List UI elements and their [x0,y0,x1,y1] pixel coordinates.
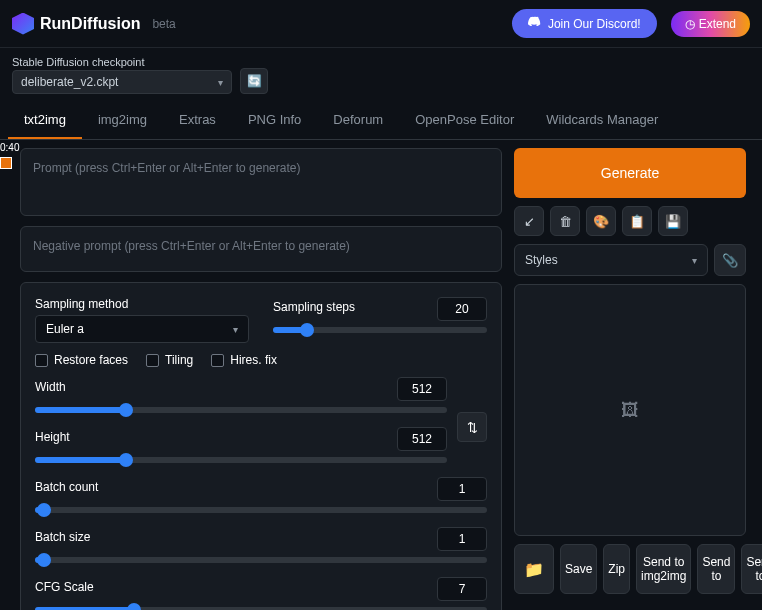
session-timer: 0:40 [0,142,19,169]
palette-icon: 🎨 [593,214,609,229]
batch-size-label: Batch size [35,530,90,544]
zip-button[interactable]: Zip [603,544,630,594]
slider-thumb-icon[interactable] [119,453,133,467]
extend-label: Extend [699,17,736,31]
clear-button[interactable]: 🗑 [550,206,580,236]
timer-text: 0:40 [0,142,19,153]
hires-fix-checkbox[interactable]: Hires. fix [211,353,277,367]
tab-openpose[interactable]: OpenPose Editor [399,102,530,139]
send-to-button-1[interactable]: Send to [697,544,735,594]
chevron-down-icon: ▾ [218,77,223,88]
tab-extras[interactable]: Extras [163,102,232,139]
checkbox-icon [211,354,224,367]
style-button[interactable]: 🎨 [586,206,616,236]
open-folder-button[interactable]: 📁 [514,544,554,594]
folder-icon: 📁 [524,560,544,579]
cfg-scale-value[interactable]: 7 [437,577,487,601]
checkpoint-value: deliberate_v2.ckpt [21,75,118,89]
trash-icon: 🗑 [559,214,572,229]
slider-thumb-icon[interactable] [300,323,314,337]
batch-size-value[interactable]: 1 [437,527,487,551]
sampling-method-select[interactable]: Euler a ▾ [35,315,249,343]
restore-faces-label: Restore faces [54,353,128,367]
discord-label: Join Our Discord! [548,17,641,31]
timer-color-swatch [0,157,12,169]
restore-faces-checkbox[interactable]: Restore faces [35,353,128,367]
slider-thumb-icon[interactable] [119,403,133,417]
send-img2img-button[interactable]: Send to img2img [636,544,691,594]
logo-mark-icon [12,13,34,35]
hires-fix-label: Hires. fix [230,353,277,367]
output-preview: 🖼 [514,284,746,536]
sampling-steps-label: Sampling steps [273,300,355,314]
width-slider[interactable] [35,407,447,413]
refresh-icon: 🔄 [247,74,262,88]
clipboard-icon: 📋 [629,214,645,229]
checkpoint-row: Stable Diffusion checkpoint deliberate_v… [0,48,762,102]
logo: RunDiffusion beta [12,13,176,35]
width-label: Width [35,380,66,394]
styles-select[interactable]: Styles ▾ [514,244,708,276]
cfg-scale-label: CFG Scale [35,580,94,594]
tiling-label: Tiling [165,353,193,367]
tab-wildcards[interactable]: Wildcards Manager [530,102,674,139]
checkbox-icon [35,354,48,367]
brand-name: RunDiffusion [40,15,140,33]
styles-apply-button[interactable]: 📎 [714,244,746,276]
checkpoint-select[interactable]: deliberate_v2.ckpt ▾ [12,70,232,94]
discord-button[interactable]: Join Our Discord! [512,9,657,38]
checkpoint-refresh-button[interactable]: 🔄 [240,68,268,94]
checkbox-icon [146,354,159,367]
height-value[interactable]: 512 [397,427,447,451]
slider-thumb-icon[interactable] [127,603,141,610]
batch-count-value[interactable]: 1 [437,477,487,501]
extend-button[interactable]: ◷ Extend [671,11,750,37]
tab-bar: txt2img img2img Extras PNG Info Deforum … [0,102,762,140]
save-button[interactable]: Save [560,544,597,594]
slider-thumb-icon[interactable] [37,553,51,567]
negative-prompt-input[interactable]: Negative prompt (press Ctrl+Enter or Alt… [20,226,502,272]
tab-txt2img[interactable]: txt2img [8,102,82,139]
clock-icon: ◷ [685,17,695,31]
save-icon: 💾 [665,214,681,229]
sampling-method-value: Euler a [46,322,84,336]
arrow-down-left-icon: ↙ [524,214,535,229]
tab-pnginfo[interactable]: PNG Info [232,102,317,139]
settings-panel: Sampling method Euler a ▾ Sampling steps… [20,282,502,610]
sampling-steps-slider[interactable] [273,327,487,333]
save-style-button[interactable]: 💾 [658,206,688,236]
tab-deforum[interactable]: Deforum [317,102,399,139]
width-value[interactable]: 512 [397,377,447,401]
apply-icon: 📎 [722,253,738,268]
app-header: RunDiffusion beta Join Our Discord! ◷ Ex… [0,0,762,48]
batch-count-slider[interactable] [35,507,487,513]
image-placeholder-icon: 🖼 [621,400,639,421]
tab-img2img[interactable]: img2img [82,102,163,139]
tiling-checkbox[interactable]: Tiling [146,353,193,367]
beta-label: beta [152,17,175,31]
chevron-down-icon: ▾ [233,324,238,335]
arrow-button[interactable]: ↙ [514,206,544,236]
checkpoint-label: Stable Diffusion checkpoint [12,56,232,68]
styles-label: Styles [525,253,686,267]
batch-count-label: Batch count [35,480,98,494]
height-label: Height [35,430,70,444]
send-to-button-2[interactable]: Send to [741,544,762,594]
discord-icon [528,15,542,32]
clipboard-button[interactable]: 📋 [622,206,652,236]
swap-wh-button[interactable]: ⇅ [457,412,487,442]
batch-size-slider[interactable] [35,557,487,563]
sampling-steps-value[interactable]: 20 [437,297,487,321]
slider-thumb-icon[interactable] [37,503,51,517]
generate-button[interactable]: Generate [514,148,746,198]
chevron-down-icon: ▾ [692,255,697,266]
height-slider[interactable] [35,457,447,463]
swap-icon: ⇅ [467,420,478,435]
sampling-method-label: Sampling method [35,297,249,311]
prompt-input[interactable]: Prompt (press Ctrl+Enter or Alt+Enter to… [20,148,502,216]
